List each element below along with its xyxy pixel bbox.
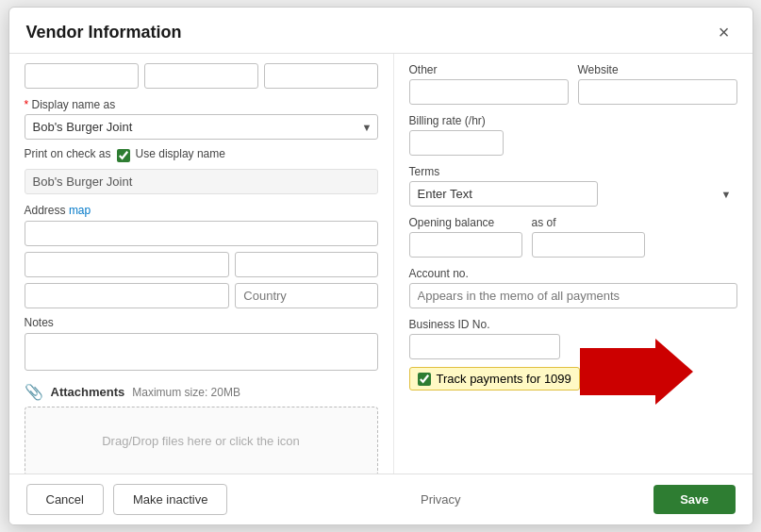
business-id-section: Business ID No. 123-58-9855 [409,318,737,359]
account-no-input[interactable] [409,283,737,308]
make-inactive-button[interactable]: Make inactive [113,484,227,515]
first-name-input[interactable]: Jane [25,63,139,89]
name-row: Jane Doe [25,63,378,89]
use-display-name-label: Use display name [136,147,225,160]
billing-rate-input[interactable] [409,130,504,156]
street-input[interactable]: 132 Batchmouth Dr [25,221,378,246]
address-label: Address map [25,204,378,217]
billing-rate-section: Billing rate (/hr) [409,114,737,156]
track-payments-row: Track payments for 1099 [409,367,580,391]
terms-label: Terms [409,165,737,178]
left-column: Jane Doe Display name as Bob's Burger Jo… [9,54,394,474]
privacy-link[interactable]: Privacy [421,492,461,507]
last-name-input[interactable]: Doe [144,63,258,89]
display-name-section: Display name as Bob's Burger Joint ▼ [25,98,378,140]
opening-balance-field: Opening balance [409,216,522,258]
website-field: Website [578,63,737,105]
extra-field [264,63,378,89]
display-name-label: Display name as [25,98,378,111]
as-of-input[interactable]: 01/08/2019 [532,232,645,258]
website-input[interactable] [578,79,737,105]
drop-zone-text: Drag/Drop files here or click the icon [102,434,300,448]
zip-input[interactable]: 91110 [25,283,230,308]
attachments-size: Maximum size: 20MB [132,386,240,399]
city-input[interactable]: Pasadena [25,252,230,277]
use-display-name-checkbox[interactable] [117,149,130,162]
track-payments-container: Track payments for 1099 [409,367,580,391]
other-website-row: Other Website [409,63,737,105]
last-name-field: Doe [144,63,258,89]
address-text: Address [25,204,66,217]
terms-section: Terms Enter Text ▼ [409,165,737,207]
terms-chevron-icon: ▼ [721,189,732,200]
opening-balance-input[interactable] [409,232,522,258]
extra-input[interactable] [264,63,378,89]
as-of-label: as of [532,216,645,229]
close-button[interactable]: × [713,21,736,43]
notes-input[interactable] [25,333,378,371]
save-button[interactable]: Save [653,485,735,514]
modal-body: Jane Doe Display name as Bob's Burger Jo… [9,54,753,474]
track-payments-label: Track payments for 1099 [437,372,571,386]
terms-select[interactable]: Enter Text [409,181,598,207]
terms-wrapper: Enter Text ▼ [409,181,737,207]
attachments-label: Attachments [51,385,125,399]
modal-title: Vendor Information [26,23,182,42]
footer-center: Privacy [227,492,653,507]
zip-country-row: 91110 [25,283,378,308]
business-id-label: Business ID No. [409,318,737,331]
account-no-label: Account no. [409,267,737,280]
opening-balance-row: Opening balance as of 01/08/2019 [409,216,737,258]
city-state-row: Pasadena CA [25,252,378,277]
address-section: Address map 132 Batchmouth Dr Pasadena C… [25,204,378,308]
other-label: Other [409,63,569,76]
drop-zone[interactable]: Drag/Drop files here or click the icon [25,407,378,474]
billing-rate-label: Billing rate (/hr) [409,114,737,127]
print-on-check-row: Print on check as Use display name [25,147,378,163]
print-name-value: Bob's Burger Joint [25,169,378,194]
track-payments-checkbox[interactable] [418,373,431,386]
map-link[interactable]: map [69,204,91,217]
modal-header: Vendor Information × [9,8,753,54]
display-name-wrapper: Bob's Burger Joint ▼ [25,114,378,140]
state-input[interactable]: CA [235,252,377,277]
business-id-input[interactable]: 123-58-9855 [409,334,560,359]
cancel-button[interactable]: Cancel [26,484,104,515]
attachments-row: 📎 Attachments Maximum size: 20MB [25,383,378,401]
account-no-section: Account no. [409,267,737,308]
notes-label: Notes [25,316,378,329]
print-on-check-label: Print on check as [25,147,111,160]
other-field: Other [409,63,569,105]
website-label: Website [578,63,737,76]
country-input[interactable] [235,283,377,308]
display-name-select[interactable]: Bob's Burger Joint [25,114,378,140]
as-of-field: as of 01/08/2019 [532,216,645,258]
first-name-field: Jane [25,63,139,89]
paperclip-icon: 📎 [25,383,43,401]
opening-balance-label: Opening balance [409,216,522,229]
other-input[interactable] [409,79,569,105]
right-column: Other Website Billing rate (/hr) Terms [394,54,753,474]
vendor-information-modal: Vendor Information × Jane Doe [8,7,753,525]
modal-footer: Cancel Make inactive Privacy Save [9,474,753,524]
footer-left-buttons: Cancel Make inactive [26,484,228,515]
